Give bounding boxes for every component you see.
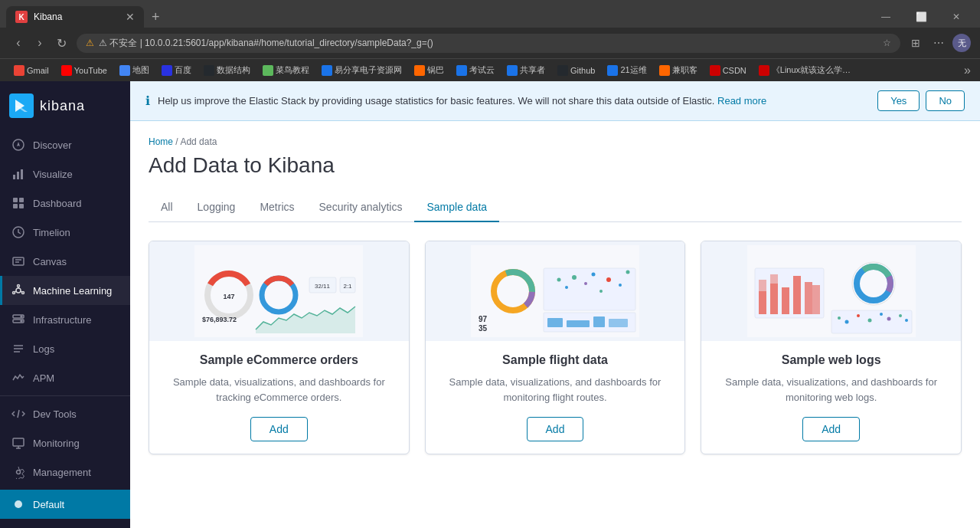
bookmark-youtube[interactable]: YouTube bbox=[57, 64, 112, 77]
url-bar[interactable]: ⚠ ⚠ 不安全 | 10.0.0.21:5601/app/kibana#/hom… bbox=[77, 34, 900, 53]
bookmark-csdn-label: CSDN bbox=[723, 66, 746, 75]
github-icon bbox=[557, 65, 568, 76]
tab-security-analytics[interactable]: Security analytics bbox=[307, 193, 415, 222]
notice-banner: ℹ Help us improve the Elastic Stack by p… bbox=[130, 81, 980, 121]
default-icon bbox=[11, 497, 25, 511]
back-button[interactable]: ‹ bbox=[9, 34, 28, 52]
bookmark-guoba[interactable]: 锅巴 bbox=[410, 63, 449, 77]
bookmark-21yunwei[interactable]: 21运维 bbox=[603, 63, 651, 77]
bookmark-baidu-label: 百度 bbox=[175, 64, 191, 76]
close-tab-button[interactable]: ✕ bbox=[126, 11, 135, 23]
sidebar-item-logs[interactable]: Logs bbox=[0, 334, 130, 363]
bookmark-github[interactable]: Github bbox=[553, 64, 599, 77]
translate-icon[interactable]: ⊞ bbox=[906, 34, 925, 52]
new-tab-button[interactable]: + bbox=[147, 9, 165, 25]
bookmark-datastructure[interactable]: 数据结构 bbox=[199, 63, 255, 77]
svg-point-54 bbox=[584, 282, 587, 285]
card-flight-add-button[interactable]: Add bbox=[527, 417, 584, 441]
notice-no-button[interactable]: No bbox=[926, 90, 965, 111]
card-ecommerce-title: Sample eCommerce orders bbox=[162, 353, 397, 367]
svg-text:35: 35 bbox=[479, 324, 488, 333]
notice-yes-button[interactable]: Yes bbox=[877, 90, 920, 111]
sidebar-item-default[interactable]: Default bbox=[0, 490, 130, 519]
grid-icon bbox=[11, 196, 25, 210]
card-flight-description: Sample data, visualizations, and dashboa… bbox=[438, 375, 673, 405]
bookmark-gxz-label: 共享者 bbox=[520, 64, 545, 76]
tab-metrics[interactable]: Metrics bbox=[247, 193, 306, 222]
bookmark-csdn[interactable]: CSDN bbox=[705, 64, 751, 77]
sidebar-item-discover[interactable]: Discover bbox=[0, 130, 130, 159]
bookmark-ds-label: 数据结构 bbox=[217, 64, 250, 76]
bookmarks-bar: Gmail YouTube 地图 百度 数据结构 菜鸟教程 易分享电子资源网 bbox=[0, 58, 980, 81]
tab-favicon: K bbox=[15, 11, 28, 23]
profile-icon[interactable]: 无 bbox=[952, 34, 971, 52]
card-weblogs-body: Sample web logs Sample data, visualizati… bbox=[701, 341, 961, 454]
svg-rect-11 bbox=[13, 257, 24, 265]
active-tab[interactable]: K Kibana ✕ bbox=[6, 6, 144, 28]
svg-rect-9 bbox=[19, 204, 24, 208]
bookmark-star-icon[interactable]: ☆ bbox=[883, 38, 891, 48]
sidebar: kibana Discover Visualize Dashboard Time… bbox=[0, 81, 130, 528]
minimize-button[interactable]: — bbox=[868, 6, 903, 28]
maximize-button[interactable]: ⬜ bbox=[903, 6, 939, 28]
tab-all[interactable]: All bbox=[149, 193, 185, 222]
bookmark-maps[interactable]: 地图 bbox=[115, 63, 154, 77]
sidebar-item-machine-learning[interactable]: Machine Learning bbox=[0, 276, 130, 305]
sidebar-item-dashboard[interactable]: Dashboard bbox=[0, 189, 130, 218]
compass-icon bbox=[11, 138, 25, 152]
more-bookmarks-button[interactable]: » bbox=[964, 64, 971, 77]
bookmark-gongxiangzhe[interactable]: 共享者 bbox=[502, 63, 550, 77]
bookmark-21yw-label: 21运维 bbox=[620, 64, 646, 76]
browser-actions: ⊞ ⋯ 无 bbox=[906, 34, 971, 52]
sidebar-item-visualize[interactable]: Visualize bbox=[0, 159, 130, 189]
notice-text: Help us improve the Elastic Stack by pro… bbox=[158, 95, 861, 107]
breadcrumb-home-link[interactable]: Home bbox=[149, 136, 173, 147]
jzk-icon bbox=[659, 65, 670, 76]
sidebar-item-management[interactable]: Management bbox=[0, 457, 130, 487]
svg-point-84 bbox=[857, 314, 860, 317]
svg-point-58 bbox=[619, 284, 622, 287]
bookmark-jianzhi[interactable]: 兼职客 bbox=[655, 63, 702, 77]
svg-point-53 bbox=[572, 275, 577, 280]
maps-icon bbox=[119, 65, 130, 76]
yifenxiang-icon bbox=[322, 65, 332, 76]
svg-point-24 bbox=[21, 320, 22, 322]
sidebar-item-devtools[interactable]: Dev Tools bbox=[0, 399, 130, 428]
notice-actions: Yes No bbox=[877, 90, 965, 111]
card-weblogs-add-button[interactable]: Add bbox=[802, 417, 860, 441]
notice-read-more-link[interactable]: Read more bbox=[717, 95, 766, 107]
sidebar-item-monitoring-label: Monitoring bbox=[33, 438, 80, 449]
card-ecommerce-add-button[interactable]: Add bbox=[250, 417, 308, 441]
bookmark-runoob[interactable]: 菜鸟教程 bbox=[258, 63, 314, 77]
forward-button[interactable]: › bbox=[31, 34, 49, 52]
sidebar-item-infrastructure[interactable]: Infrastructure bbox=[0, 305, 130, 334]
svg-rect-63 bbox=[547, 318, 563, 327]
sidebar-item-ml-label: Machine Learning bbox=[33, 285, 112, 297]
bookmark-baidu[interactable]: 百度 bbox=[157, 63, 196, 77]
svg-point-32 bbox=[17, 471, 21, 474]
sidebar-item-apm[interactable]: APM bbox=[0, 363, 130, 392]
sidebar-item-management-label: Management bbox=[33, 467, 91, 478]
svg-rect-29 bbox=[13, 438, 24, 446]
bookmark-linux[interactable]: 《Linux就该这么学… bbox=[754, 63, 855, 77]
url-actions: ☆ bbox=[883, 38, 891, 48]
timelion-icon bbox=[11, 225, 25, 239]
tab-sample-data[interactable]: Sample data bbox=[414, 193, 499, 222]
bookmark-runoob-label: 菜鸟教程 bbox=[276, 64, 309, 76]
sidebar-item-canvas[interactable]: Canvas bbox=[0, 247, 130, 276]
reload-button[interactable]: ↻ bbox=[52, 34, 70, 52]
bookmark-yifenxiang[interactable]: 易分享电子资源网 bbox=[317, 63, 407, 77]
extensions-icon[interactable]: ⋯ bbox=[929, 34, 948, 52]
svg-point-86 bbox=[880, 313, 883, 316]
sidebar-item-monitoring[interactable]: Monitoring bbox=[0, 428, 130, 457]
bookmark-gmail[interactable]: Gmail bbox=[9, 64, 54, 77]
svg-rect-71 bbox=[770, 284, 778, 314]
sidebar-item-apm-label: APM bbox=[33, 372, 54, 384]
info-icon: ℹ bbox=[145, 93, 150, 108]
tab-logging[interactable]: Logging bbox=[185, 193, 248, 222]
bookmark-yifenxiang-label: 易分享电子资源网 bbox=[335, 64, 402, 76]
sidebar-item-timelion[interactable]: Timelion bbox=[0, 218, 130, 247]
bookmark-kaoshiyun[interactable]: 考试云 bbox=[452, 63, 499, 77]
sidebar-logo[interactable]: kibana bbox=[0, 81, 130, 130]
close-window-button[interactable]: ✕ bbox=[939, 6, 974, 28]
